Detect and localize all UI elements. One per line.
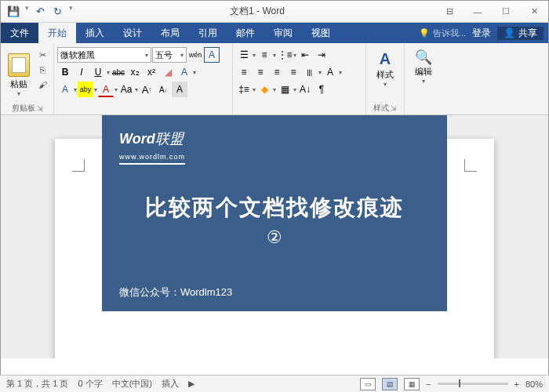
slide-footer: 微信公众号：Wordlm123 <box>119 285 430 299</box>
content-slide: Word联盟 www.wordlm.com 比较两个文档找修改痕迹 ② 微信公众… <box>102 115 447 311</box>
char-border-button[interactable]: A <box>204 47 220 63</box>
align-right-button[interactable]: ≡ <box>269 64 285 80</box>
ribbon-tabs: 文件 开始 插入 设计 布局 引用 邮件 审阅 视图 💡告诉我... 登录 👤共… <box>1 23 548 43</box>
zoom-level[interactable]: 80% <box>525 379 543 389</box>
superscript-button[interactable]: x² <box>144 64 159 80</box>
paste-button[interactable]: 粘贴 ▾ <box>4 45 34 102</box>
language-indicator[interactable]: 中文(中国) <box>112 378 152 390</box>
styles-launcher[interactable]: ⇲ <box>391 104 397 112</box>
slide-number: ② <box>119 227 430 248</box>
italic-button[interactable]: I <box>74 64 89 80</box>
bold-button[interactable]: B <box>57 64 73 80</box>
slide-title: 比较两个文档找修改痕迹 <box>119 193 430 223</box>
tab-home[interactable]: 开始 <box>38 23 76 43</box>
zoom-out-button[interactable]: − <box>426 379 431 389</box>
redo-button[interactable]: ↻ <box>49 4 65 20</box>
login-link[interactable]: 登录 <box>472 27 491 40</box>
font-name-select[interactable]: 微软雅黑▾ <box>57 47 151 63</box>
tab-layout[interactable]: 布局 <box>151 23 189 43</box>
read-mode-button[interactable]: ▭ <box>360 378 376 390</box>
maximize-button[interactable]: ☐ <box>492 1 520 23</box>
clear-format-button[interactable]: A <box>57 82 73 97</box>
page-indicator[interactable]: 第 1 页，共 1 页 <box>6 378 68 390</box>
group-font: 微软雅黑▾ 五号▾ wén A B I U ▾ abc x₂ x² ◢ A ▾ … <box>54 43 233 114</box>
borders-button[interactable]: ▦ <box>277 82 293 97</box>
sort-button[interactable]: A↓ <box>297 82 313 97</box>
asian-layout-button[interactable]: A <box>322 64 338 80</box>
ribbon-options-icon[interactable]: ⊟ <box>435 1 464 23</box>
copy-button[interactable]: ⎘ <box>35 63 49 77</box>
share-button[interactable]: 👤共享 <box>497 27 544 40</box>
tab-mailings[interactable]: 邮件 <box>227 23 264 43</box>
grow-font-button[interactable]: A↑ <box>139 82 155 97</box>
format-painter-button[interactable]: 🖌 <box>35 78 49 92</box>
increase-indent-button[interactable]: ⇥ <box>314 47 329 63</box>
bulb-icon: 💡 <box>419 28 430 38</box>
titlebar: 💾 ▾ ↶ ↻ ▾ 文档1 - Word ⊟ — ☐ ✕ <box>1 1 548 23</box>
align-left-button[interactable]: ≡ <box>236 64 252 80</box>
decrease-indent-button[interactable]: ⇤ <box>297 47 313 63</box>
group-styles: A 样式▾ 样式⇲ <box>366 43 405 114</box>
tab-file[interactable]: 文件 <box>1 23 38 43</box>
editing-button[interactable]: 🔍 编辑▾ <box>408 45 439 85</box>
tell-me-search[interactable]: 💡告诉我... <box>419 27 466 39</box>
clipboard-launcher[interactable]: ⇲ <box>37 104 43 112</box>
tab-review[interactable]: 审阅 <box>264 23 302 43</box>
text-effects-button[interactable]: A <box>176 64 192 80</box>
insert-mode[interactable]: 插入 <box>162 378 179 390</box>
styles-button[interactable]: A 样式▾ <box>369 45 401 89</box>
close-button[interactable]: ✕ <box>520 1 548 23</box>
styles-icon: A <box>375 49 395 69</box>
minimize-button[interactable]: — <box>464 1 492 23</box>
eraser-icon[interactable]: ◢ <box>160 64 176 80</box>
tab-insert[interactable]: 插入 <box>76 23 114 43</box>
quick-access-toolbar: 💾 ▾ ↶ ↻ ▾ <box>1 4 79 20</box>
tab-references[interactable]: 引用 <box>189 23 227 43</box>
underline-button[interactable]: U <box>90 64 106 80</box>
undo-button[interactable]: ↶ <box>32 4 48 20</box>
tab-view[interactable]: 视图 <box>302 23 340 43</box>
shading-button[interactable]: ◆ <box>256 82 272 97</box>
save-button[interactable]: 💾 <box>5 4 21 20</box>
zoom-slider[interactable] <box>438 383 508 385</box>
multilevel-button[interactable]: ⋮≡ <box>277 47 293 63</box>
group-clipboard: 粘贴 ▾ ✂ ⎘ 🖌 剪贴板⇲ <box>1 43 54 114</box>
distribute-button[interactable]: ⫼ <box>302 64 318 80</box>
slide-logo: Word联盟 <box>119 129 430 148</box>
ruby-button[interactable]: wén <box>187 47 203 63</box>
macro-icon[interactable]: ▶ <box>188 379 195 389</box>
align-center-button[interactable]: ≡ <box>253 64 268 80</box>
window-controls: ⊟ — ☐ ✕ <box>435 1 548 23</box>
qat-dropdown[interactable]: ▾ <box>23 4 31 20</box>
qat-customize[interactable]: ▾ <box>67 4 75 20</box>
char-shading-button[interactable]: A <box>172 82 187 97</box>
paste-icon <box>8 53 30 77</box>
line-spacing-button[interactable]: ‡≡ <box>236 82 252 97</box>
margin-corner-icon <box>464 159 477 172</box>
font-size-select[interactable]: 五号▾ <box>152 47 187 63</box>
highlight-button[interactable]: aby <box>78 82 93 97</box>
find-icon: 🔍 <box>415 49 432 66</box>
case-button[interactable]: Aa <box>118 82 134 97</box>
share-icon: 👤 <box>504 27 515 38</box>
tab-design[interactable]: 设计 <box>114 23 151 43</box>
strike-button[interactable]: abc <box>111 64 126 80</box>
bullets-button[interactable]: ☰ <box>236 47 252 63</box>
show-marks-button[interactable]: ¶ <box>314 82 329 97</box>
statusbar: 第 1 页，共 1 页 0 个字 中文(中国) 插入 ▶ ▭ ▤ ▦ − + 8… <box>0 375 549 392</box>
document-area[interactable]: Word联盟 www.wordlm.com 比较两个文档找修改痕迹 ② 微信公众… <box>1 115 548 358</box>
web-layout-button[interactable]: ▦ <box>404 378 420 390</box>
group-editing: 🔍 编辑▾ . <box>405 43 442 114</box>
cut-button[interactable]: ✂ <box>35 48 49 62</box>
justify-button[interactable]: ≡ <box>285 64 301 80</box>
group-paragraph: ☰▾ ≡▾ ⋮≡▾ ⇤ ⇥ ≡ ≡ ≡ ≡ ⫼ ▾ A▾ ‡≡▾ ◆▾ ▦▾ A… <box>233 43 366 114</box>
word-count[interactable]: 0 个字 <box>78 378 102 390</box>
print-layout-button[interactable]: ▤ <box>382 378 398 390</box>
zoom-in-button[interactable]: + <box>514 379 519 389</box>
shrink-font-button[interactable]: A↓ <box>155 82 171 97</box>
font-color-button[interactable]: A <box>98 82 114 97</box>
margin-corner-icon <box>72 159 85 172</box>
numbering-button[interactable]: ≡ <box>256 47 272 63</box>
subscript-button[interactable]: x₂ <box>127 64 143 80</box>
window-title: 文档1 - Word <box>79 5 435 18</box>
